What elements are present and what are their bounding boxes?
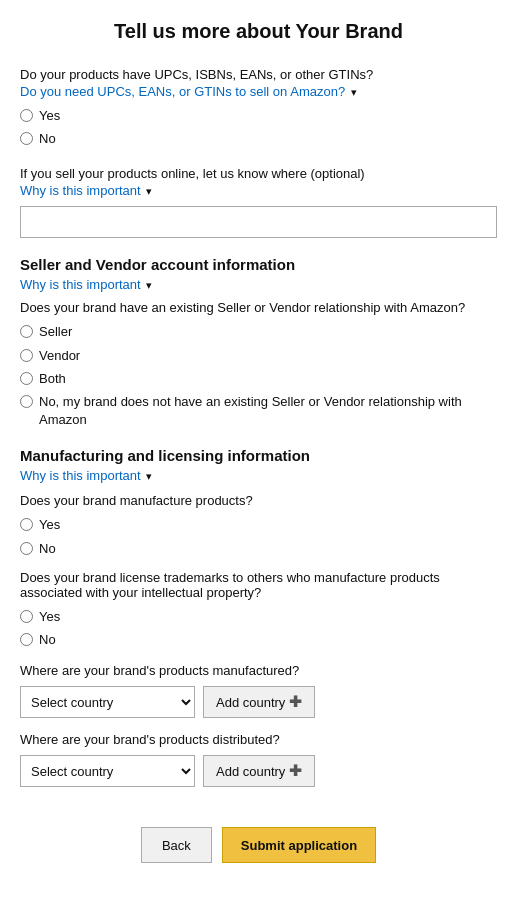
distributed-country-row: Select country Add country ✚ bbox=[20, 755, 497, 787]
seller-vendor-link[interactable]: Why is this important bbox=[20, 277, 141, 292]
online-sell-link-arrow: ▾ bbox=[146, 185, 152, 197]
online-sell-question: If you sell your products online, let us… bbox=[20, 166, 497, 181]
lic-yes-label: Yes bbox=[39, 608, 60, 626]
license-radio-group: Yes No bbox=[20, 608, 497, 649]
sv-seller-item: Seller bbox=[20, 323, 497, 341]
upc-no-label: No bbox=[39, 130, 56, 148]
seller-vendor-radio-group: Seller Vendor Both No, my brand does not… bbox=[20, 323, 497, 429]
page-title: Tell us more about Your Brand bbox=[20, 20, 497, 43]
manufacturing-heading: Manufacturing and licensing information bbox=[20, 447, 497, 464]
online-sell-section: If you sell your products online, let us… bbox=[20, 166, 497, 238]
upc-radio-group: Yes No bbox=[20, 107, 497, 148]
seller-vendor-question: Does your brand have an existing Seller … bbox=[20, 300, 497, 315]
seller-vendor-heading: Seller and Vendor account information bbox=[20, 256, 497, 273]
online-sell-link[interactable]: Why is this important bbox=[20, 183, 141, 198]
sv-none-radio[interactable] bbox=[20, 395, 33, 408]
sv-both-label: Both bbox=[39, 370, 66, 388]
distributed-label: Where are your brand's products distribu… bbox=[20, 732, 497, 747]
upc-no-radio[interactable] bbox=[20, 132, 33, 145]
sv-none-item: No, my brand does not have an existing S… bbox=[20, 393, 497, 429]
upc-section: Do your products have UPCs, ISBNs, EANs,… bbox=[20, 67, 497, 148]
manufactured-add-icon: ✚ bbox=[289, 693, 302, 711]
sv-seller-radio[interactable] bbox=[20, 325, 33, 338]
distributed-add-country-button[interactable]: Add country ✚ bbox=[203, 755, 315, 787]
upc-link[interactable]: Do you need UPCs, EANs, or GTINs to sell… bbox=[20, 84, 345, 99]
footer-buttons: Back Submit application bbox=[20, 827, 497, 883]
manufacturing-link[interactable]: Why is this important bbox=[20, 468, 141, 483]
upc-yes-item: Yes bbox=[20, 107, 497, 125]
sv-vendor-item: Vendor bbox=[20, 347, 497, 365]
distributed-country-select[interactable]: Select country bbox=[20, 755, 195, 787]
manufactured-country-row: Select country Add country ✚ bbox=[20, 686, 497, 718]
lic-yes-item: Yes bbox=[20, 608, 497, 626]
license-question: Does your brand license trademarks to ot… bbox=[20, 570, 497, 600]
mfg-no-radio[interactable] bbox=[20, 542, 33, 555]
manufacturing-section: Manufacturing and licensing information … bbox=[20, 447, 497, 787]
page-container: Tell us more about Your Brand Do your pr… bbox=[0, 0, 517, 900]
upc-question: Do your products have UPCs, ISBNs, EANs,… bbox=[20, 67, 497, 82]
mfg-yes-item: Yes bbox=[20, 516, 497, 534]
manufactured-add-country-label: Add country bbox=[216, 695, 285, 710]
manufacture-question: Does your brand manufacture products? bbox=[20, 493, 497, 508]
mfg-yes-radio[interactable] bbox=[20, 518, 33, 531]
mfg-no-label: No bbox=[39, 540, 56, 558]
distributed-add-country-label: Add country bbox=[216, 764, 285, 779]
lic-yes-radio[interactable] bbox=[20, 610, 33, 623]
back-button[interactable]: Back bbox=[141, 827, 212, 863]
sv-vendor-label: Vendor bbox=[39, 347, 80, 365]
seller-vendor-section: Seller and Vendor account information Wh… bbox=[20, 256, 497, 429]
lic-no-radio[interactable] bbox=[20, 633, 33, 646]
sv-none-label: No, my brand does not have an existing S… bbox=[39, 393, 497, 429]
upc-yes-label: Yes bbox=[39, 107, 60, 125]
mfg-no-item: No bbox=[20, 540, 497, 558]
submit-button[interactable]: Submit application bbox=[222, 827, 376, 863]
manufactured-country-select[interactable]: Select country bbox=[20, 686, 195, 718]
seller-vendor-link-arrow: ▾ bbox=[146, 279, 152, 291]
upc-link-arrow: ▾ bbox=[351, 86, 357, 98]
manufacturing-link-arrow: ▾ bbox=[146, 470, 152, 482]
sv-seller-label: Seller bbox=[39, 323, 72, 341]
upc-no-item: No bbox=[20, 130, 497, 148]
manufacture-radio-group: Yes No bbox=[20, 516, 497, 557]
mfg-yes-label: Yes bbox=[39, 516, 60, 534]
lic-no-item: No bbox=[20, 631, 497, 649]
manufactured-label: Where are your brand's products manufact… bbox=[20, 663, 497, 678]
manufactured-add-country-button[interactable]: Add country ✚ bbox=[203, 686, 315, 718]
distributed-add-icon: ✚ bbox=[289, 762, 302, 780]
online-sell-input[interactable] bbox=[20, 206, 497, 238]
sv-both-item: Both bbox=[20, 370, 497, 388]
upc-yes-radio[interactable] bbox=[20, 109, 33, 122]
lic-no-label: No bbox=[39, 631, 56, 649]
sv-vendor-radio[interactable] bbox=[20, 349, 33, 362]
sv-both-radio[interactable] bbox=[20, 372, 33, 385]
